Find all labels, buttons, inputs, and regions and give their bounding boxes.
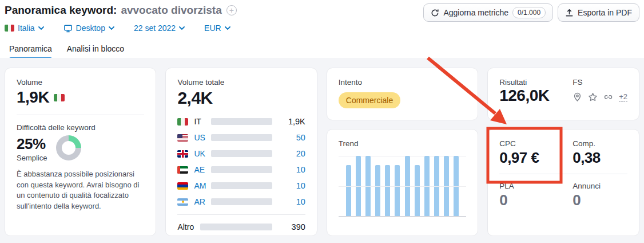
geo-value-link[interactable]: 20 (279, 149, 305, 158)
divider (499, 174, 627, 174)
trend-bar (365, 156, 371, 216)
tab-analisi-in-blocco[interactable]: Analisi in blocco (67, 41, 124, 58)
total-volume-card: Volume totale 2,4K IT 1,9K US 50 (165, 68, 317, 236)
desktop-icon (63, 24, 73, 33)
trend-bar (444, 156, 449, 216)
geo-value: 1,9K (279, 117, 305, 126)
date-filter-label: 22 set 2022 (134, 23, 176, 33)
italy-flag-icon (177, 118, 188, 126)
geo-code-link[interactable]: AR (194, 197, 211, 206)
link-icon (603, 92, 613, 102)
argentina-flag-icon (177, 198, 188, 206)
trend-bar (405, 156, 410, 216)
geo-value-link[interactable]: 10 (279, 181, 305, 190)
geo-row-it: IT 1,9K (177, 116, 305, 127)
trend-bar (424, 156, 430, 216)
results-value: 126,0K (499, 87, 573, 105)
refresh-quota-badge: 0/1.000 (512, 7, 546, 18)
italy-flag-icon (54, 94, 65, 101)
results-label: Risultati (499, 78, 573, 87)
intent-badge: Commerciale (339, 92, 400, 108)
trend-bar (385, 165, 390, 216)
us-flag-icon (177, 134, 188, 142)
country-filter[interactable]: Italia (5, 23, 44, 33)
trend-bar (346, 165, 351, 216)
geo-value-link[interactable]: 50 (279, 133, 305, 142)
geo-bar (211, 198, 272, 205)
volume-card: Volume 1,9K Difficoltà delle keyword 25%… (5, 68, 156, 236)
star-icon (588, 92, 598, 102)
geo-code-link[interactable]: UK (194, 149, 211, 158)
header: Panoramica keyword: avvocato divorzista … (0, 0, 644, 59)
trend-bar (356, 156, 361, 216)
geo-bar (211, 182, 272, 189)
geo-code-link[interactable]: AE (194, 165, 211, 174)
content-area: Volume 1,9K Difficoltà delle keyword 25%… (0, 58, 644, 243)
trend-card: Trend (327, 129, 478, 236)
export-icon (565, 9, 574, 17)
country-filter-label: Italia (18, 23, 35, 33)
geo-value-link[interactable]: 10 (279, 197, 305, 206)
results-card: Risultati 126,0K FS (487, 68, 639, 120)
armenia-flag-icon (177, 182, 188, 190)
device-filter-label: Desktop (76, 23, 105, 33)
geo-bar (211, 118, 272, 125)
geo-row-ar: AR 10 (177, 197, 305, 207)
date-filter[interactable]: 22 set 2022 (134, 23, 185, 33)
geo-row-ae: AE 10 (177, 164, 305, 175)
pla-value: 0 (499, 191, 573, 209)
trend-bar (375, 165, 380, 216)
kd-description: È abbastanza possibile posizionarsi con … (17, 169, 144, 211)
cpc-label: CPC (499, 139, 573, 148)
divider (17, 115, 144, 115)
currency-filter-label: EUR (204, 23, 221, 33)
intent-label: Intento (339, 78, 466, 87)
refresh-metrics-button[interactable]: Aggiorna metriche 0/1.000 (423, 3, 553, 22)
fs-label: FS (573, 78, 627, 87)
comp-value: 0,38 (573, 149, 627, 167)
geo-code-link[interactable]: AM (194, 181, 211, 190)
trend-chart (339, 156, 466, 217)
geo-other-label: Altro (177, 222, 200, 232)
refresh-metrics-label: Aggiorna metriche (443, 8, 508, 17)
kd-value: 25% (17, 135, 47, 153)
chevron-down-icon (225, 26, 230, 30)
geo-code-link[interactable]: US (194, 133, 211, 142)
location-pin-icon (573, 92, 582, 102)
tab-bar: Panoramica Analisi in blocco (5, 41, 639, 59)
refresh-icon (431, 9, 439, 17)
device-filter[interactable]: Desktop (63, 23, 114, 33)
add-keyword-icon[interactable]: + (226, 5, 237, 15)
chevron-down-icon (109, 26, 114, 30)
uae-flag-icon (177, 166, 188, 174)
total-volume-label: Volume totale (177, 78, 305, 87)
intent-card: Intento Commerciale (327, 68, 478, 120)
uk-flag-icon (177, 150, 188, 158)
keyword-text: avvocato divorzista (121, 4, 221, 17)
geo-bar (200, 224, 272, 230)
fs-more-link[interactable]: +2 (619, 92, 627, 102)
export-pdf-button[interactable]: Esporta in PDF (558, 3, 639, 22)
pla-label: PLA (499, 182, 573, 190)
volume-value: 1,9K (17, 88, 49, 107)
geo-value-link[interactable]: 10 (279, 165, 305, 174)
geo-code: IT (194, 117, 211, 126)
page-title: Panoramica keyword: (5, 4, 117, 17)
kd-level: Semplice (17, 154, 47, 162)
tab-panoramica[interactable]: Panoramica (9, 41, 52, 58)
divider (177, 214, 305, 215)
cpc-value: 0,97 € (499, 149, 573, 167)
volume-label: Volume (17, 78, 144, 87)
cpc-metrics-card: CPC 0,97 € Comp. 0,38 PLA 0 Annunci (487, 129, 639, 236)
geo-row-us: US 50 (177, 132, 305, 143)
export-pdf-label: Esporta in PDF (578, 8, 632, 17)
geo-bar (211, 166, 272, 173)
ads-value: 0 (573, 191, 627, 209)
trend-bar (395, 165, 400, 216)
currency-filter[interactable]: EUR (204, 23, 230, 33)
geo-value: 390 (279, 222, 305, 232)
italy-flag-icon (5, 25, 14, 32)
geo-distribution-list: IT 1,9K US 50 UK 20 (177, 116, 305, 233)
kd-donut-chart (56, 135, 81, 160)
trend-bar (415, 165, 420, 216)
